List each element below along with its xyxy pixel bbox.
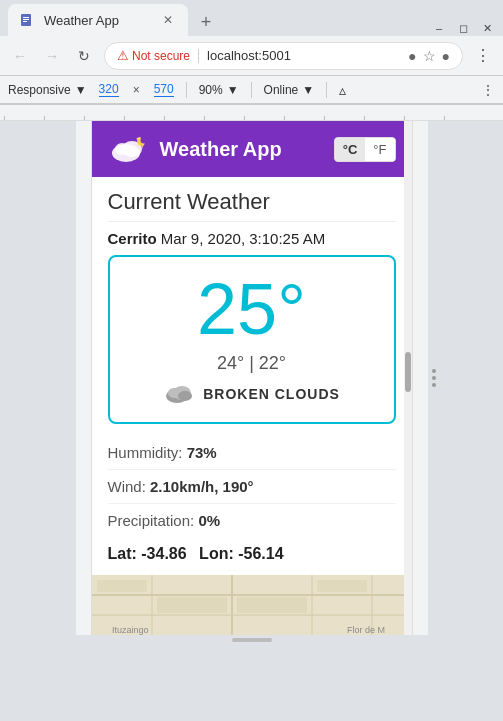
tab-title: Weather App <box>44 13 152 28</box>
warning-icon: ⚠ <box>117 48 129 63</box>
new-tab-button[interactable]: + <box>192 8 220 36</box>
address-bar[interactable]: ⚠ Not secure localhost:5001 ● ☆ ● <box>104 42 463 70</box>
viewport-width[interactable]: 320 <box>99 82 119 97</box>
section-title: Current Weather <box>108 189 396 222</box>
scrollbar-track[interactable] <box>404 121 412 635</box>
location-date: Cerrito Mar 9, 2020, 3:10:25 AM <box>108 230 396 247</box>
minimize-button[interactable]: – <box>431 20 447 36</box>
profile-icon[interactable]: ● <box>442 48 450 64</box>
map-background: Ituzaingo Flor de M <box>92 575 412 635</box>
weather-card: 25° 24° | 22° BROKEN CLOUDS <box>108 255 396 424</box>
responsive-label: Responsive <box>8 83 71 97</box>
responsive-dropdown-icon: ▼ <box>75 83 87 97</box>
temp-separator: | <box>249 353 259 373</box>
weather-body: Current Weather Cerrito Mar 9, 2020, 3:1… <box>92 177 412 575</box>
tab-favicon <box>20 12 36 28</box>
svg-rect-21 <box>237 597 307 613</box>
tab-close-button[interactable]: ✕ <box>160 12 176 28</box>
location-name: Cerrito <box>108 230 157 247</box>
precipitation-item: Precipitation: 0% <box>108 504 396 537</box>
reload-button[interactable]: ↻ <box>72 44 96 68</box>
resize-handle[interactable] <box>232 638 272 642</box>
unit-toggle[interactable]: °C °F <box>334 137 396 162</box>
broken-clouds-icon <box>163 382 195 406</box>
tabs-bar: Weather App ✕ + – ◻ ✕ <box>0 0 503 36</box>
temp-high: 24° <box>217 353 244 373</box>
condition-text: BROKEN CLOUDS <box>203 386 340 402</box>
devtools-touch-icon[interactable]: ▵ <box>339 82 346 98</box>
date-text: Mar 9, 2020, 3:10:25 AM <box>161 230 325 247</box>
online-selector[interactable]: Online ▼ <box>264 83 315 97</box>
temp-range: 24° | 22° <box>126 353 378 374</box>
svg-point-12 <box>178 391 192 401</box>
address-bar-row: ← → ↻ ⚠ Not secure localhost:5001 ● ☆ ● … <box>0 36 503 76</box>
devtools-divider-1 <box>186 82 187 98</box>
svg-point-6 <box>115 143 129 155</box>
lon-label: Lon: <box>199 545 234 562</box>
bookmark-icon[interactable]: ☆ <box>423 48 436 64</box>
address-url: localhost:5001 <box>207 48 291 63</box>
svg-rect-1 <box>23 17 29 18</box>
svg-rect-3 <box>23 21 27 22</box>
precipitation-label: Precipitation: <box>108 512 195 529</box>
responsive-selector[interactable]: Responsive ▼ <box>8 83 87 97</box>
lat-value: -34.86 <box>141 545 186 562</box>
weather-details: Hummidity: 73% Wind: 2.10km/h, 190° Prec… <box>108 436 396 537</box>
zoom-label: 90% <box>199 83 223 97</box>
maximize-button[interactable]: ◻ <box>455 20 471 36</box>
weather-header: Weather App °C °F <box>92 121 412 177</box>
security-label: Not secure <box>132 49 190 63</box>
temperature-display: 25° <box>126 273 378 345</box>
svg-point-8 <box>140 137 147 144</box>
browser-menu-button[interactable]: ⋮ <box>471 44 495 67</box>
svg-rect-20 <box>157 597 227 613</box>
svg-rect-22 <box>97 580 147 592</box>
zoom-selector[interactable]: 90% ▼ <box>199 83 239 97</box>
devtools-divider-3 <box>326 82 327 98</box>
scrollbar-thumb[interactable] <box>405 352 411 392</box>
wind-value: 2.10km/h, 190° <box>150 478 254 495</box>
precipitation-value: 0% <box>198 512 220 529</box>
bottom-resize-area[interactable] <box>0 635 503 645</box>
forward-button[interactable]: → <box>40 44 64 68</box>
window-controls: – ◻ ✕ <box>431 20 495 36</box>
address-divider <box>198 49 199 63</box>
lat-label: Lat: <box>108 545 137 562</box>
lon-value: -56.14 <box>238 545 283 562</box>
app-viewport: Weather App °C °F Current Weather Cerrit… <box>92 121 412 635</box>
online-label: Online <box>264 83 299 97</box>
celsius-button[interactable]: °C <box>335 138 366 161</box>
security-warning: ⚠ Not secure <box>117 48 190 63</box>
ruler <box>0 105 503 121</box>
weather-condition: BROKEN CLOUDS <box>126 382 378 406</box>
zoom-dropdown-icon: ▼ <box>227 83 239 97</box>
humidity-item: Hummidity: 73% <box>108 436 396 470</box>
devtools-divider-2 <box>251 82 252 98</box>
viewport-height[interactable]: 570 <box>154 82 174 97</box>
online-dropdown-icon: ▼ <box>302 83 314 97</box>
height-input-group[interactable]: 570 <box>154 82 174 97</box>
active-tab[interactable]: Weather App ✕ <box>8 4 188 36</box>
coordinates: Lat: -34.86 Lon: -56.14 <box>108 545 396 563</box>
svg-text:Ituzaingo: Ituzaingo <box>112 625 149 635</box>
dimension-separator: × <box>133 83 140 97</box>
fahrenheit-button[interactable]: °F <box>365 138 394 161</box>
svg-rect-23 <box>317 580 367 592</box>
address-icons: ● ☆ ● <box>408 48 450 64</box>
humidity-label: Hummidity: <box>108 444 183 461</box>
width-input-group[interactable]: 320 <box>99 82 119 97</box>
svg-rect-2 <box>23 19 29 20</box>
weather-logo-icon <box>108 133 150 165</box>
map-area: Ituzaingo Flor de M <box>92 575 412 635</box>
devtools-menu-button[interactable]: ⋮ <box>481 82 495 98</box>
wind-item: Wind: 2.10km/h, 190° <box>108 470 396 504</box>
temp-low: 22° <box>259 353 286 373</box>
location-icon[interactable]: ● <box>408 48 416 64</box>
app-title: Weather App <box>160 138 324 161</box>
close-button[interactable]: ✕ <box>479 20 495 36</box>
wind-label: Wind: <box>108 478 146 495</box>
svg-text:Flor de M: Flor de M <box>347 625 385 635</box>
humidity-value: 73% <box>187 444 217 461</box>
back-button[interactable]: ← <box>8 44 32 68</box>
devtools-bar: Responsive ▼ 320 × 570 90% ▼ Online ▼ ▵ … <box>0 76 503 104</box>
